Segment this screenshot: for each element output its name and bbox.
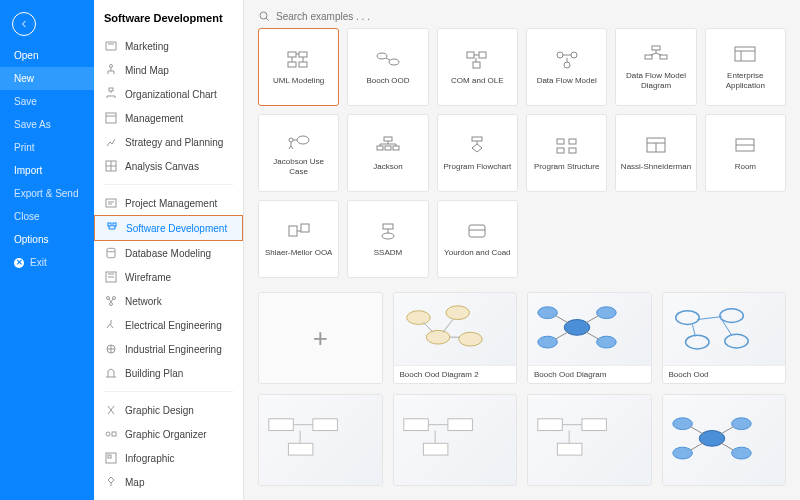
template-jacobson-use-case[interactable]: Jacobson Use Case (258, 114, 339, 192)
menu-exit[interactable]: ✕Exit (0, 251, 94, 274)
template-enterprise-application[interactable]: Enterprise Application (705, 28, 786, 106)
example-thumb (259, 409, 382, 472)
category-label: Graphic Design (125, 405, 194, 416)
svg-rect-41 (393, 146, 399, 150)
plus-icon: + (313, 323, 328, 354)
svg-rect-28 (473, 62, 480, 68)
search-bar (244, 0, 800, 28)
back-button[interactable] (12, 12, 36, 36)
svg-rect-53 (469, 225, 485, 237)
category-network[interactable]: Network (94, 289, 243, 313)
svg-point-0 (110, 65, 113, 68)
category-icon (104, 475, 118, 489)
menu-export-send[interactable]: Export & Send (0, 182, 94, 205)
template-com-and-ole[interactable]: COM and OLE (437, 28, 518, 106)
examples-grid: +Booch Ood Diagram 2Booch Ood DiagramBoo… (258, 292, 786, 384)
menu-save[interactable]: Save (0, 90, 94, 113)
svg-point-37 (297, 136, 309, 144)
svg-rect-21 (299, 52, 307, 57)
category-strategy-and-planning[interactable]: Strategy and Planning (94, 130, 243, 154)
example-card[interactable]: Booch Ood Diagram 2 (393, 292, 518, 384)
category-column: Software Development MarketingMind MapOr… (94, 0, 244, 500)
template-label: Yourdon and Coad (444, 248, 510, 258)
category-wireframe[interactable]: Wireframe (94, 265, 243, 289)
example-thumb (528, 409, 651, 472)
svg-rect-22 (288, 62, 296, 67)
svg-point-66 (724, 334, 748, 348)
svg-rect-50 (301, 224, 309, 232)
category-building-plan[interactable]: Building Plan (94, 361, 243, 385)
template-label: Data Flow Model (537, 76, 597, 86)
category-map[interactable]: Map (94, 470, 243, 494)
template-label: Data Flow Model Diagram (620, 71, 691, 90)
template-label: COM and OLE (451, 76, 503, 86)
category-graphic-organizer[interactable]: Graphic Organizer (94, 422, 243, 446)
svg-point-59 (538, 306, 558, 318)
svg-rect-70 (403, 418, 427, 430)
category-database-modeling[interactable]: Database Modeling (94, 241, 243, 265)
svg-rect-71 (447, 418, 471, 430)
template-label: Program Structure (534, 162, 599, 172)
category-infographic[interactable]: Infographic (94, 446, 243, 470)
category-icon (104, 403, 118, 417)
category-marketing[interactable]: Marketing (94, 34, 243, 58)
svg-point-64 (719, 308, 743, 322)
file-menu-sidebar: OpenNewSaveSave AsPrintImportExport & Se… (0, 0, 94, 500)
svg-rect-5 (108, 223, 111, 226)
svg-rect-73 (538, 418, 562, 430)
template-ssadm[interactable]: SSADM (347, 200, 428, 278)
menu-import[interactable]: Import (0, 159, 94, 182)
template-uml-modeling[interactable]: UML Modeling (258, 28, 339, 106)
category-label: Software Development (126, 223, 227, 234)
category-label: Network (125, 296, 162, 307)
category-analysis-canvas[interactable]: Analysis Canvas (94, 154, 243, 178)
template-room[interactable]: Room (705, 114, 786, 192)
new-diagram-card[interactable]: + (258, 292, 383, 384)
template-shlaer-mellor-ooa[interactable]: Shlaer-Mellor OOA (258, 200, 339, 278)
category-graphic-design[interactable]: Graphic Design (94, 398, 243, 422)
category-project-management[interactable]: Project Management (94, 191, 243, 215)
category-mind-map[interactable]: Mind Map (94, 58, 243, 82)
template-data-flow-model-diagram[interactable]: Data Flow Model Diagram (615, 28, 696, 106)
menu-print[interactable]: Print (0, 136, 94, 159)
example-card[interactable] (527, 394, 652, 486)
menu-options[interactable]: Options (0, 228, 94, 251)
search-input[interactable] (276, 11, 786, 22)
category-icon (104, 294, 118, 308)
content-scroll[interactable]: UML ModelingBooch OODCOM and OLEData Flo… (244, 28, 800, 500)
template-icon (730, 134, 760, 156)
example-card[interactable] (258, 394, 383, 486)
category-icon (104, 342, 118, 356)
example-label: Booch Ood (663, 365, 786, 383)
example-card[interactable] (662, 394, 787, 486)
template-nassi-shneiderman[interactable]: Nassi-Shneiderman (615, 114, 696, 192)
menu-save-as[interactable]: Save As (0, 113, 94, 136)
menu-open[interactable]: Open (0, 44, 94, 67)
example-card[interactable] (393, 394, 518, 486)
template-program-structure[interactable]: Program Structure (526, 114, 607, 192)
category-electrical-engineering[interactable]: Electrical Engineering (94, 313, 243, 337)
category-management[interactable]: Management (94, 106, 243, 130)
template-yourdon-and-coad[interactable]: Yourdon and Coad (437, 200, 518, 278)
category-software-development[interactable]: Software Development (94, 215, 243, 241)
template-label: Nassi-Shneiderman (621, 162, 691, 172)
category-organizational-chart[interactable]: Organizational Chart (94, 82, 243, 106)
template-icon (462, 134, 492, 156)
arrow-left-icon (18, 18, 30, 30)
example-card[interactable]: Booch Ood Diagram (527, 292, 652, 384)
example-card[interactable]: Booch Ood (662, 292, 787, 384)
category-industrial-engineering[interactable]: Industrial Engineering (94, 337, 243, 361)
menu-close[interactable]: Close (0, 205, 94, 228)
template-data-flow-model[interactable]: Data Flow Model (526, 28, 607, 106)
template-label: Shlaer-Mellor OOA (265, 248, 333, 258)
category-label: Industrial Engineering (125, 344, 222, 355)
template-jackson[interactable]: Jackson (347, 114, 428, 192)
template-booch-ood[interactable]: Booch OOD (347, 28, 428, 106)
svg-rect-38 (384, 137, 392, 141)
svg-point-80 (731, 447, 751, 459)
category-icon (104, 451, 118, 465)
menu-new[interactable]: New (0, 67, 94, 90)
category-graphs-and-charts[interactable]: Graphs and Charts (94, 494, 243, 500)
template-program-flowchart[interactable]: Program Flowchart (437, 114, 518, 192)
template-icon (373, 48, 403, 70)
